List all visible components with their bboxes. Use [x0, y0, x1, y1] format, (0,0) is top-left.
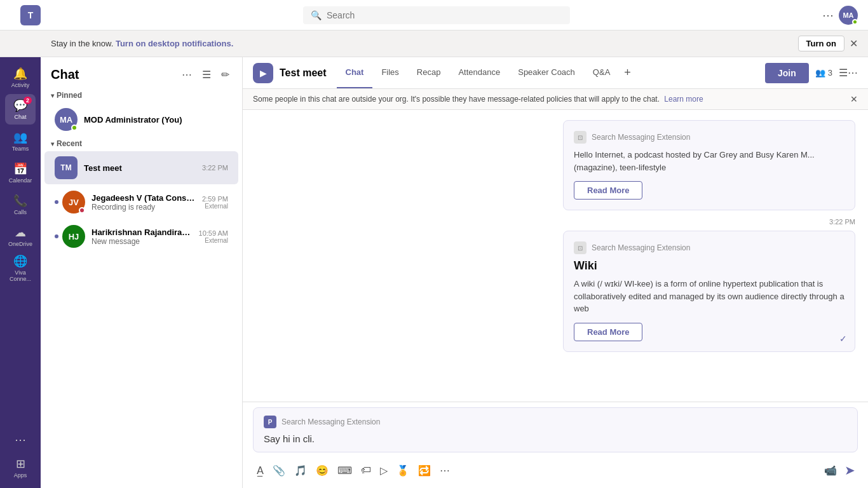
calendar-label: Calendar: [9, 177, 32, 184]
user-status-dot: [852, 19, 858, 25]
chat-meta-hj: 10:59 AM External: [199, 229, 228, 244]
card2-read-more[interactable]: Read More: [574, 323, 642, 341]
status-online: [71, 125, 78, 131]
compose-card-header: P Search Messaging Extension: [264, 416, 847, 428]
avatar-tm: TM: [55, 156, 78, 179]
chat-name-hj: Harikrishnan Rajandiran ...: [92, 227, 193, 237]
onedrive-label: OneDrive: [8, 241, 32, 247]
tab-attendance[interactable]: Attendance: [449, 57, 509, 88]
notification-text: Stay in the know.: [51, 39, 113, 48]
join-button[interactable]: Join: [765, 63, 809, 83]
recent-arrow: ▾: [51, 140, 54, 147]
recent-section-label: ▾ Recent: [41, 137, 242, 151]
tool-video[interactable]: 📹: [820, 462, 841, 479]
search-card-2: ⊡ Search Messaging Extension Wiki A wiki…: [563, 231, 855, 352]
tab-chat[interactable]: Chat: [337, 57, 373, 88]
sidebar-more-btn[interactable]: ⋯: [179, 66, 194, 83]
notification-link[interactable]: Turn on desktop notifications.: [116, 39, 233, 48]
compose-toolbar: A̲ 📎 🎵 😊 ⌨ 🏷 ▷ 🏅 🔁 ⋯ 📹 ➤: [253, 458, 858, 483]
chat-info-hj: Harikrishnan Rajandiran ... New message: [92, 227, 193, 246]
tab-speaker-coach[interactable]: Speaker Coach: [509, 57, 584, 88]
tool-emoji[interactable]: 😊: [312, 462, 332, 479]
rail-item-teams[interactable]: 👥 Teams: [5, 126, 36, 156]
rail-item-onedrive[interactable]: ☁ OneDrive: [5, 221, 36, 252]
rail-item-viva[interactable]: 🌐 Viva Conne...: [5, 253, 36, 283]
sidebar-title: Chat: [51, 67, 174, 82]
tool-format[interactable]: A̲: [253, 462, 268, 479]
search-input[interactable]: [327, 10, 562, 20]
chat-name-jv: Jegadeesh V (Tata Consul...: [92, 193, 196, 203]
chat-meta-jv: 2:59 PM External: [202, 195, 228, 210]
header-more-options[interactable]: ⋯: [848, 67, 858, 79]
tool-send-later[interactable]: ▷: [376, 462, 391, 479]
card1-read-more[interactable]: Read More: [574, 181, 642, 200]
chat-name-tm: Test meet: [84, 163, 196, 173]
chat-item-jv[interactable]: JV Jegadeesh V (Tata Consul... Recording…: [44, 186, 238, 219]
tool-loop[interactable]: 🔁: [414, 462, 435, 479]
chat-label: Chat: [14, 114, 26, 120]
apps-label: Apps: [14, 472, 27, 478]
tool-giphy[interactable]: ⌨: [334, 462, 356, 479]
rail-item-apps[interactable]: ⊞ Apps: [5, 452, 36, 483]
calls-label: Calls: [14, 209, 27, 215]
activity-label: Activity: [11, 82, 30, 88]
notification-close-btn[interactable]: ✕: [850, 37, 858, 50]
chat-item-hj[interactable]: HJ Harikrishnan Rajandiran ... New messa…: [44, 220, 238, 253]
rail-item-chat[interactable]: 💬 Chat 2: [5, 94, 36, 125]
warning-bar: Some people in this chat are outside you…: [243, 89, 868, 110]
compose-card: P Search Messaging Extension Say hi in c…: [253, 407, 858, 452]
chat-meta-tm: 3:22 PM: [202, 164, 228, 172]
chat-preview-hj: New message: [92, 237, 193, 246]
search-icon: 🔍: [311, 10, 322, 20]
sidebar: Chat ⋯ ☰ ✏ ▾ Pinned MA MOD Administrator…: [41, 57, 243, 488]
compose-area: P Search Messaging Extension Say hi in c…: [243, 402, 868, 488]
avatar-ma: MA: [55, 108, 78, 131]
sidebar-compose-btn[interactable]: ✏: [219, 66, 232, 83]
tool-praise[interactable]: 🏅: [393, 462, 413, 479]
apps-icon: ⊞: [16, 457, 25, 471]
participants-icon: 👥: [815, 68, 825, 78]
chat-time-hj: 10:59 AM: [199, 229, 228, 237]
chat-info-tm: Test meet: [84, 163, 196, 173]
bullet-hj: [55, 234, 58, 238]
rail-item-more[interactable]: ⋯: [5, 428, 36, 451]
chat-item-testmeet[interactable]: TM Test meet 3:22 PM: [44, 151, 238, 184]
tool-more[interactable]: ⋯: [436, 462, 454, 479]
card2-body: A wiki (/ wɪki/ WI-kee) is a form of onl…: [574, 278, 844, 315]
verified-icon: ✓: [839, 334, 847, 344]
meeting-avatar: ▶: [253, 63, 273, 83]
card1-ext-label: Search Messaging Extension: [592, 133, 690, 142]
tab-recap[interactable]: Recap: [408, 57, 450, 88]
participants-count: 👥 3: [815, 68, 832, 78]
tool-sticker[interactable]: 🏷: [357, 462, 375, 478]
sidebar-filter-btn[interactable]: ☰: [200, 66, 214, 83]
onedrive-icon: ☁: [15, 226, 26, 240]
warning-close-btn[interactable]: ✕: [850, 94, 858, 104]
turn-on-button[interactable]: Turn on: [798, 36, 844, 51]
teams-icon: 👥: [13, 130, 27, 144]
message-card-2: ⊡ Search Messaging Extension Wiki A wiki…: [255, 231, 855, 352]
rail-item-calls[interactable]: 📞 Calls: [5, 189, 36, 220]
warning-learn-more[interactable]: Learn more: [664, 95, 703, 104]
rail-item-activity[interactable]: 🔔 Activity: [5, 62, 36, 93]
meeting-name: Test meet: [280, 67, 327, 79]
chat-time-tm: 3:22 PM: [202, 164, 228, 172]
tool-attach[interactable]: 📎: [269, 462, 289, 479]
card1-body: Hello Internet, a podcast hosted by Car …: [574, 149, 844, 173]
tool-audio[interactable]: 🎵: [290, 462, 311, 479]
messages-area: ⊡ Search Messaging Extension Hello Inter…: [243, 110, 868, 402]
user-avatar[interactable]: MA: [839, 6, 858, 25]
send-button[interactable]: ➤: [842, 460, 858, 480]
header-more-btn[interactable]: ⋯: [822, 8, 834, 22]
tab-qa[interactable]: Q&A: [584, 57, 619, 88]
viva-icon: 🌐: [13, 254, 27, 268]
layout-btn[interactable]: ☰: [839, 67, 848, 79]
chat-name-mod: MOD Administrator (You): [84, 115, 228, 125]
chat-item-mod[interactable]: MA MOD Administrator (You): [44, 103, 238, 136]
card2-icon: ⊡: [574, 241, 587, 254]
tab-files[interactable]: Files: [372, 57, 407, 88]
tab-add-btn[interactable]: +: [619, 57, 636, 88]
rail-item-calendar[interactable]: 📅 Calendar: [5, 158, 36, 188]
channel-tabs: Chat Files Recap Attendance Speaker Coac…: [337, 57, 760, 88]
chat-info-jv: Jegadeesh V (Tata Consul... Recording is…: [92, 193, 196, 212]
